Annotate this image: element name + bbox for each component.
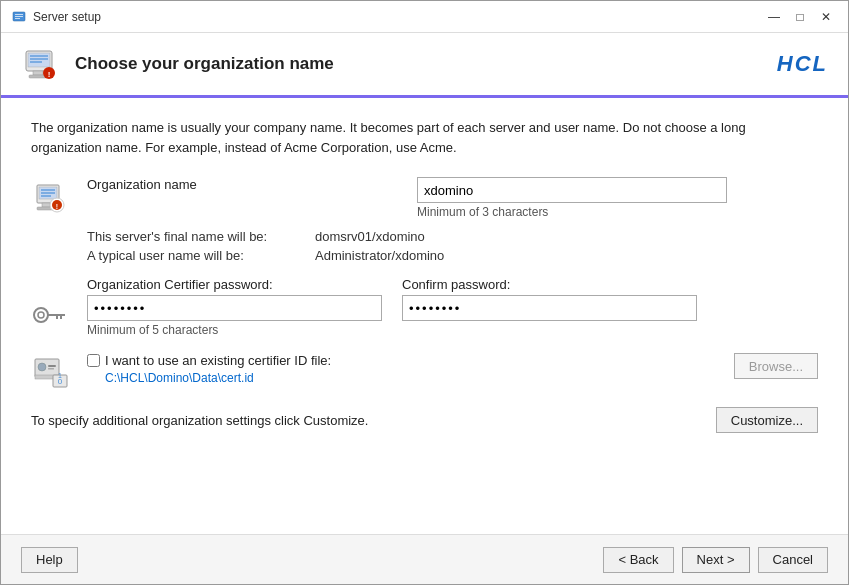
svg-rect-2: [15, 16, 23, 17]
org-name-field-group: Organization name Minimum of 3 character…: [87, 177, 818, 219]
svg-text:!: !: [56, 203, 58, 210]
maximize-button[interactable]: □: [788, 7, 812, 27]
checkbox-row: 0 1 I want to use an existing certifier …: [31, 353, 818, 389]
org-name-hint: Minimum of 3 characters: [417, 205, 727, 219]
browse-button[interactable]: Browse...: [734, 353, 818, 379]
org-icon: !: [31, 177, 71, 217]
id-icon: 0 1: [31, 353, 71, 389]
org-name-row: ! Organization name Minimum of 3 charact…: [31, 177, 818, 263]
header-bar: ! Choose your organization name HCL: [1, 33, 848, 98]
certifier-hint: Minimum of 5 characters: [87, 323, 382, 337]
description-text: The organization name is usually your co…: [31, 118, 818, 157]
svg-text:1: 1: [58, 372, 62, 379]
svg-rect-18: [42, 203, 50, 207]
svg-rect-17: [41, 195, 51, 197]
certifier-checkbox-label[interactable]: I want to use an existing certifier ID f…: [87, 353, 718, 368]
customize-row: To specify additional organization setti…: [31, 407, 818, 433]
browse-btn-area: Browse...: [734, 353, 818, 379]
certifier-row: Organization Certifier password: Minimum…: [31, 277, 818, 337]
server-name-row: This server's final name will be: domsrv…: [87, 229, 818, 244]
svg-point-30: [38, 363, 46, 371]
cert-password-field: Organization Certifier password: Minimum…: [87, 277, 382, 337]
svg-rect-32: [48, 368, 54, 370]
svg-rect-3: [15, 18, 20, 19]
org-name-left: Organization name: [87, 177, 397, 195]
footer-nav-buttons: < Back Next > Cancel: [603, 547, 828, 573]
svg-rect-31: [48, 365, 56, 367]
title-bar: Server setup — □ ✕: [1, 1, 848, 33]
org-name-right: Minimum of 3 characters: [417, 177, 727, 219]
org-name-label: Organization name: [87, 177, 397, 192]
svg-rect-8: [30, 61, 42, 63]
server-final-value: domsrv01/xdomino: [315, 229, 425, 244]
svg-rect-1: [15, 14, 23, 15]
svg-point-23: [34, 308, 48, 322]
org-name-input[interactable]: [417, 177, 727, 203]
svg-rect-15: [41, 189, 55, 191]
certifier-password-input[interactable]: [87, 295, 382, 321]
main-window: Server setup — □ ✕ ! Choose your org: [0, 0, 849, 585]
customize-description: To specify additional organization setti…: [31, 413, 368, 428]
server-final-label: This server's final name will be:: [87, 229, 307, 244]
server-info: This server's final name will be: domsrv…: [87, 229, 818, 263]
next-button[interactable]: Next >: [682, 547, 750, 573]
certifier-icon: [31, 301, 71, 329]
typical-user-label: A typical user name will be:: [87, 248, 307, 263]
back-button[interactable]: < Back: [603, 547, 673, 573]
certifier-file-path: C:\HCL\Domino\Data\cert.id: [105, 371, 718, 385]
svg-rect-9: [33, 71, 43, 75]
cancel-button[interactable]: Cancel: [758, 547, 828, 573]
hcl-logo: HCL: [777, 51, 828, 77]
certifier-checkbox[interactable]: [87, 354, 100, 367]
id-icon-area: 0 1: [31, 353, 71, 389]
typical-user-value: Administrator/xdomino: [315, 248, 444, 263]
user-name-row: A typical user name will be: Administrat…: [87, 248, 818, 263]
header-title: Choose your organization name: [75, 54, 334, 74]
confirm-password-field: Confirm password:: [402, 277, 697, 321]
certifier-passwords-row: Organization Certifier password: Minimum…: [87, 277, 818, 337]
svg-text:!: !: [48, 70, 51, 79]
title-bar-controls: — □ ✕: [762, 7, 838, 27]
certifier-checkbox-text: I want to use an existing certifier ID f…: [105, 353, 331, 368]
svg-rect-7: [30, 58, 48, 60]
svg-rect-16: [41, 192, 55, 194]
org-icon-area: !: [31, 177, 71, 217]
window-icon: [11, 9, 27, 25]
certifier-icon-area: [31, 301, 71, 329]
customize-button[interactable]: Customize...: [716, 407, 818, 433]
certifier-password-label: Organization Certifier password:: [87, 277, 382, 292]
title-bar-left: Server setup: [11, 9, 101, 25]
certifier-content: Organization Certifier password: Minimum…: [87, 277, 818, 337]
footer-bar: Help < Back Next > Cancel: [1, 534, 848, 584]
header-icon: !: [21, 43, 63, 85]
org-name-content: Organization name Minimum of 3 character…: [87, 177, 818, 263]
minimize-button[interactable]: —: [762, 7, 786, 27]
confirm-password-input[interactable]: [402, 295, 697, 321]
checkbox-section: I want to use an existing certifier ID f…: [87, 353, 718, 385]
content-area: The organization name is usually your co…: [1, 98, 848, 534]
close-button[interactable]: ✕: [814, 7, 838, 27]
confirm-password-label: Confirm password:: [402, 277, 697, 292]
window-title: Server setup: [33, 10, 101, 24]
svg-point-24: [38, 312, 44, 318]
header-left: ! Choose your organization name: [21, 43, 334, 85]
svg-rect-6: [30, 55, 48, 57]
help-button[interactable]: Help: [21, 547, 78, 573]
